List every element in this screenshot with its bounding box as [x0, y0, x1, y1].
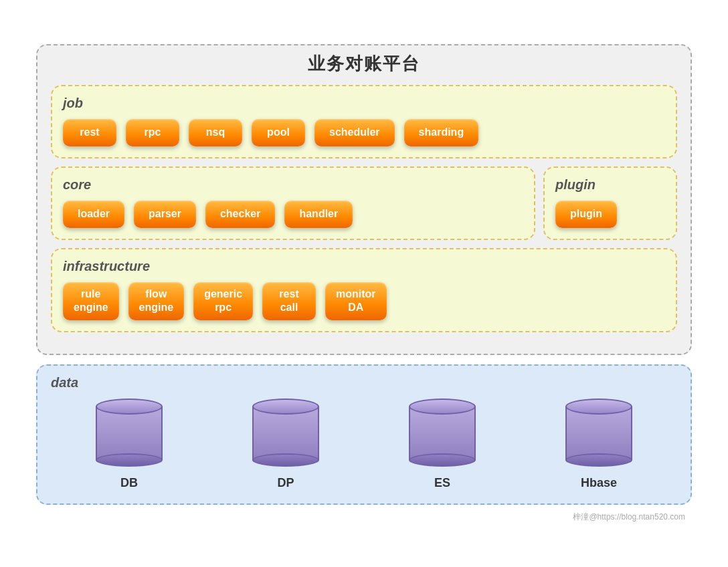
infra-btn-monitor-da[interactable]: monitorDA — [325, 282, 387, 321]
cyl-es-top — [409, 399, 476, 415]
infra-btn-flow-engine[interactable]: flowengine — [128, 282, 185, 321]
infrastructure-section: infrastructure ruleengine flowengine gen… — [51, 248, 677, 333]
cyl-hbase-top — [565, 399, 632, 415]
cylinders-row: DB DP ES — [51, 399, 677, 490]
cyl-dp-top — [252, 399, 319, 415]
cyl-dp-body — [252, 407, 319, 460]
infra-btn-rest-call[interactable]: restcall — [262, 282, 316, 321]
watermark: 梓潼@https://blog.ntan520.com — [36, 512, 692, 523]
core-btn-checker[interactable]: checker — [205, 201, 276, 228]
outer-container: 业务对账平台 job rest rpc nsq pool scheduler s… — [36, 44, 692, 355]
cyl-hbase-label: Hbase — [581, 476, 617, 490]
job-btn-scheduler[interactable]: scheduler — [314, 119, 395, 146]
outer-title: 业务对账平台 — [51, 52, 677, 76]
job-section: job rest rpc nsq pool scheduler sharding — [51, 85, 677, 158]
middle-row: core loader parser checker handler plugi… — [51, 166, 677, 240]
plugin-btn-row: plugin — [555, 201, 665, 228]
cyl-hbase-bottom — [565, 453, 632, 467]
plugin-section: plugin plugin — [543, 166, 677, 240]
cyl-es-bottom — [409, 453, 476, 467]
core-section: core loader parser checker handler — [51, 166, 535, 240]
plugin-label: plugin — [555, 177, 665, 193]
data-label: data — [51, 375, 677, 390]
cylinder-db-shape — [96, 399, 163, 467]
core-btn-row: loader parser checker handler — [63, 201, 523, 228]
cylinder-hbase: Hbase — [565, 399, 632, 490]
job-btn-rest[interactable]: rest — [63, 119, 116, 146]
cyl-db-bottom — [96, 453, 163, 467]
core-label: core — [63, 177, 523, 193]
cylinder-es: ES — [409, 399, 476, 490]
core-btn-loader[interactable]: loader — [63, 201, 124, 228]
cylinder-dp: DP — [252, 399, 319, 490]
cyl-es-body — [409, 407, 476, 460]
job-btn-rpc[interactable]: rpc — [126, 119, 179, 146]
infra-btn-rule-engine[interactable]: ruleengine — [63, 282, 119, 321]
infra-btn-row: ruleengine flowengine genericrpc restcal… — [63, 282, 665, 321]
cylinder-db: DB — [96, 399, 163, 490]
infra-label: infrastructure — [63, 259, 665, 274]
infra-btn-generic-rpc[interactable]: genericrpc — [193, 282, 253, 321]
job-btn-row: rest rpc nsq pool scheduler sharding — [63, 119, 665, 146]
cylinder-hbase-shape — [565, 399, 632, 467]
cylinder-dp-shape — [252, 399, 319, 467]
cyl-dp-bottom — [252, 453, 319, 467]
cylinder-es-shape — [409, 399, 476, 467]
cyl-db-label: DB — [120, 476, 138, 490]
job-btn-sharding[interactable]: sharding — [404, 119, 479, 146]
main-wrapper: 业务对账平台 job rest rpc nsq pool scheduler s… — [23, 31, 705, 536]
cyl-dp-label: DP — [277, 476, 294, 490]
core-btn-handler[interactable]: handler — [284, 201, 353, 228]
cyl-hbase-body — [565, 407, 632, 460]
cyl-db-body — [96, 407, 163, 460]
cyl-es-label: ES — [434, 476, 450, 490]
data-section: data DB DP — [36, 364, 692, 505]
cyl-db-top — [96, 399, 163, 415]
job-btn-nsq[interactable]: nsq — [189, 119, 242, 146]
plugin-btn-plugin[interactable]: plugin — [555, 201, 617, 228]
core-btn-parser[interactable]: parser — [134, 201, 196, 228]
job-btn-pool[interactable]: pool — [252, 119, 305, 146]
job-label: job — [63, 96, 665, 111]
